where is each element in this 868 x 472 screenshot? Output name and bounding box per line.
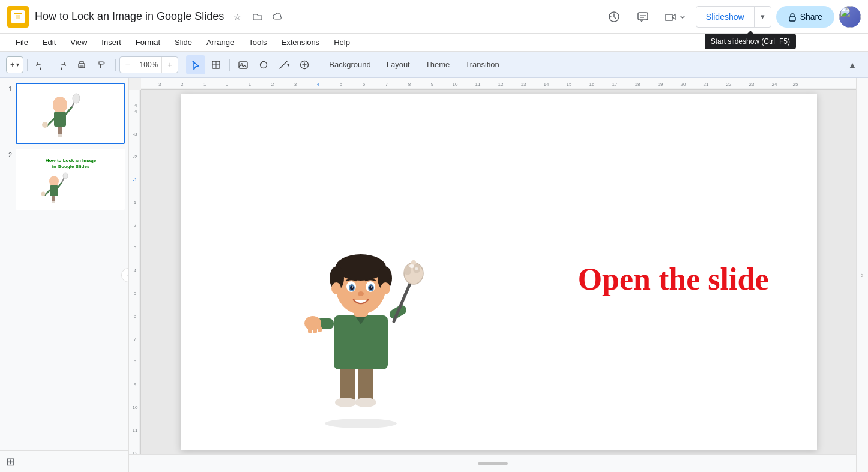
svg-text:2: 2 <box>134 223 137 228</box>
menu-bar: File Edit View Insert Format Slide Arran… <box>0 34 868 52</box>
slide-2-thumbnail-svg: How to Lock an Image in Google Slides <box>24 150 117 209</box>
svg-text:3: 3 <box>134 245 137 251</box>
paint-format-button[interactable] <box>92 55 112 74</box>
bitmoji-svg <box>289 243 433 429</box>
menu-slide[interactable]: Slide <box>169 35 198 49</box>
scroll-indicator <box>478 462 508 465</box>
svg-point-128 <box>358 291 364 296</box>
right-scrollbar[interactable]: › <box>856 78 868 472</box>
menu-view[interactable]: View <box>64 35 93 49</box>
svg-text:-3: -3 <box>157 82 161 87</box>
panel-collapse-arrow[interactable]: ‹ <box>121 268 129 282</box>
toolbar: + ▾ − 100% + ▾ Background <box>0 52 868 78</box>
svg-rect-105 <box>313 327 317 333</box>
svg-point-94 <box>325 419 397 428</box>
svg-point-130 <box>381 282 390 294</box>
svg-text:22: 22 <box>726 82 732 87</box>
zoom-out-button[interactable]: − <box>120 56 136 73</box>
theme-button[interactable]: Theme <box>418 55 457 74</box>
share-button[interactable]: Share <box>776 6 834 28</box>
svg-text:1: 1 <box>249 82 252 87</box>
menu-file[interactable]: File <box>10 35 34 49</box>
slide-number-1: 1 <box>4 85 12 92</box>
menu-insert[interactable]: Insert <box>95 35 127 49</box>
separator-2 <box>115 59 116 71</box>
svg-text:12: 12 <box>498 82 504 87</box>
select-tool-button[interactable] <box>186 55 205 74</box>
zoom-level[interactable]: 100% <box>136 57 163 73</box>
layout-button[interactable]: Layout <box>379 55 417 74</box>
slide-thumbnail-2[interactable]: 2 How to Lock an Image in Google Slides <box>4 149 125 210</box>
svg-point-126 <box>351 286 352 287</box>
svg-rect-43 <box>52 201 55 203</box>
header-right: Slideshow ▾ Share <box>602 5 861 29</box>
slide-panel-footer: ⊞ <box>0 450 128 472</box>
menu-extensions[interactable]: Extensions <box>276 35 326 49</box>
slideshow-dropdown-button[interactable]: ▾ <box>754 6 771 28</box>
slideshow-main-button[interactable]: Slideshow <box>696 6 754 28</box>
ruler-left-svg: -4 -4 -3 -2 -1 1 2 3 4 5 6 7 8 9 10 11 1… <box>129 90 141 454</box>
svg-text:9: 9 <box>431 82 434 87</box>
svg-text:How to Lock an Image: How to Lock an Image <box>45 158 96 163</box>
ruler-left: -4 -4 -3 -2 -1 1 2 3 4 5 6 7 8 9 10 11 1… <box>129 90 141 454</box>
image-insert-button[interactable] <box>234 55 253 74</box>
grid-view-button[interactable]: ⊞ <box>6 455 15 468</box>
svg-rect-106 <box>318 326 322 332</box>
toolbar-collapse-button[interactable]: ▲ <box>843 55 862 74</box>
cloud-button[interactable] <box>270 8 286 25</box>
svg-rect-4 <box>638 13 648 20</box>
svg-text:in Google Slides: in Google Slides <box>52 164 89 169</box>
undo-button[interactable] <box>31 55 50 74</box>
svg-text:-3: -3 <box>133 131 137 137</box>
svg-point-41 <box>63 173 68 179</box>
menu-arrange[interactable]: Arrange <box>200 35 240 49</box>
user-avatar[interactable] <box>839 6 861 28</box>
svg-text:3: 3 <box>294 82 297 87</box>
svg-point-28 <box>73 94 80 103</box>
menu-help[interactable]: Help <box>328 35 356 49</box>
line-insert-button[interactable]: ▾ <box>274 55 294 74</box>
svg-text:19: 19 <box>658 82 663 87</box>
frame-tool-button[interactable] <box>206 55 226 74</box>
svg-text:-1: -1 <box>202 82 206 87</box>
folder-button[interactable] <box>249 8 266 25</box>
assistive-button[interactable] <box>295 55 314 74</box>
title-bar: How to Lock an Image in Google Slides ☆ <box>0 0 868 34</box>
app-icon <box>7 6 29 28</box>
transition-button[interactable]: Transition <box>458 55 507 74</box>
canvas-area: -3 -2 -1 0 1 2 3 4 5 6 7 8 9 10 11 12 13… <box>129 78 868 472</box>
svg-rect-7 <box>789 17 795 21</box>
slide-text: Open the slide <box>578 261 769 297</box>
camera-button[interactable] <box>660 8 691 26</box>
add-button[interactable]: + ▾ <box>6 56 23 73</box>
history-button[interactable] <box>602 5 626 29</box>
separator-3 <box>182 59 182 71</box>
redo-button[interactable] <box>52 55 71 74</box>
svg-text:13: 13 <box>521 82 526 87</box>
slide-thumb-image-2[interactable]: How to Lock an Image in Google Slides <box>16 149 125 210</box>
current-slide[interactable]: Open the slide <box>181 94 817 450</box>
doc-title-area: How to Lock an Image in Google Slides ☆ <box>35 8 602 25</box>
svg-text:-4: -4 <box>133 109 137 114</box>
svg-text:9: 9 <box>134 382 137 387</box>
svg-text:21: 21 <box>704 82 709 87</box>
menu-tools[interactable]: Tools <box>243 35 273 49</box>
menu-edit[interactable]: Edit <box>37 35 62 49</box>
slide-thumbnail-1[interactable]: 1 <box>4 83 125 144</box>
background-button[interactable]: Background <box>322 55 378 74</box>
svg-point-124 <box>350 286 354 290</box>
svg-point-125 <box>369 286 373 290</box>
slide-canvas-wrapper: Open the slide <box>141 90 856 454</box>
menu-format[interactable]: Format <box>130 35 166 49</box>
svg-text:20: 20 <box>681 82 686 87</box>
separator-5 <box>318 59 318 71</box>
zoom-in-button[interactable]: + <box>162 56 178 73</box>
svg-point-25 <box>42 122 48 128</box>
slides-icon <box>11 10 25 23</box>
star-button[interactable]: ☆ <box>229 8 246 25</box>
slide-thumb-image-1[interactable] <box>16 83 125 144</box>
shape-insert-button[interactable] <box>254 55 273 74</box>
print-button[interactable] <box>72 55 91 74</box>
comments-button[interactable] <box>631 5 655 29</box>
svg-rect-99 <box>337 399 354 405</box>
